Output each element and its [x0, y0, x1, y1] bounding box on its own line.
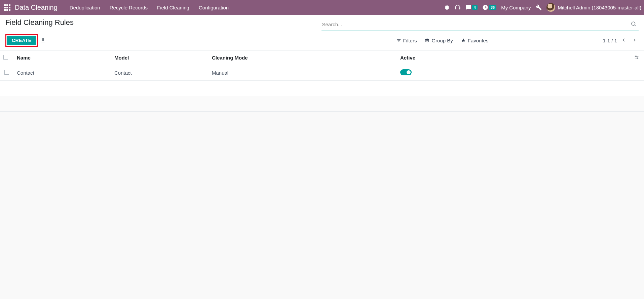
nav-right: 4 36 My Company Mitchell Admin (18043005…: [444, 3, 641, 12]
empty-row: [0, 81, 644, 96]
developer-tools-icon[interactable]: [536, 4, 542, 10]
menu-field-cleaning[interactable]: Field Cleaning: [152, 5, 194, 10]
active-toggle-on[interactable]: [400, 69, 412, 75]
cell-active[interactable]: [397, 65, 631, 81]
table-header-row: Name Model Cleaning Mode Active: [0, 50, 644, 65]
col-header-active[interactable]: Active: [397, 50, 631, 65]
messages-badge: 4: [472, 5, 478, 10]
favorites-dropdown[interactable]: Favorites: [461, 38, 489, 43]
activities-icon[interactable]: 36: [482, 4, 496, 10]
cell-name: Contact: [13, 65, 111, 81]
messages-icon[interactable]: 4: [465, 4, 478, 10]
import-icon[interactable]: [40, 38, 46, 43]
create-highlight: CREATE: [5, 34, 38, 47]
create-button[interactable]: CREATE: [7, 36, 36, 45]
checkbox-icon[interactable]: [4, 70, 9, 75]
company-switcher[interactable]: My Company: [501, 5, 531, 10]
main-menu: Deduplication Recycle Records Field Clea…: [65, 5, 233, 10]
menu-deduplication[interactable]: Deduplication: [65, 5, 105, 10]
table-row[interactable]: Contact Contact Manual: [0, 65, 644, 81]
empty-row: [0, 96, 644, 112]
search-bar[interactable]: [321, 18, 639, 31]
checkbox-icon[interactable]: [3, 55, 8, 60]
groupby-dropdown[interactable]: Group By: [425, 38, 453, 43]
page-title: Field Cleaning Rules: [5, 18, 321, 27]
select-all-cell[interactable]: [0, 50, 13, 65]
svg-point-0: [632, 22, 635, 26]
pager-text: 1-1 / 1: [603, 38, 617, 43]
search-icon[interactable]: [629, 20, 638, 29]
menu-configuration[interactable]: Configuration: [194, 5, 233, 10]
optional-fields-toggle[interactable]: [631, 50, 644, 65]
user-name: Mitchell Admin (18043005-master-all): [558, 5, 641, 10]
menu-recycle-records[interactable]: Recycle Records: [105, 5, 152, 10]
search-input[interactable]: [322, 22, 630, 27]
avatar: [546, 3, 555, 12]
favorites-label: Favorites: [468, 38, 489, 43]
col-header-mode[interactable]: Cleaning Mode: [209, 50, 397, 65]
nav-left: Data Cleaning Deduplication Recycle Reco…: [3, 3, 233, 12]
filters-label: Filters: [403, 38, 417, 43]
svg-line-1: [635, 25, 636, 26]
cell-mode: Manual: [209, 65, 397, 81]
user-menu[interactable]: Mitchell Admin (18043005-master-all): [546, 3, 641, 12]
row-select-cell[interactable]: [0, 65, 13, 81]
top-navbar: Data Cleaning Deduplication Recycle Reco…: [0, 0, 644, 15]
rules-table: Name Model Cleaning Mode Active Contact …: [0, 50, 644, 112]
activities-badge: 36: [489, 5, 496, 10]
col-header-model[interactable]: Model: [111, 50, 209, 65]
check-icon: [407, 71, 410, 73]
app-title[interactable]: Data Cleaning: [15, 4, 58, 11]
filters-dropdown[interactable]: Filters: [396, 38, 417, 43]
support-icon[interactable]: [455, 4, 461, 10]
apps-menu-icon[interactable]: [3, 3, 11, 12]
search-options: Filters Group By Favorites: [396, 38, 489, 43]
pager-next[interactable]: [631, 37, 639, 44]
svg-point-3: [636, 56, 637, 57]
cell-model: Contact: [111, 65, 209, 81]
list-view: Name Model Cleaning Mode Active Contact …: [0, 50, 644, 112]
pager-prev[interactable]: [620, 37, 628, 44]
col-header-name[interactable]: Name: [13, 50, 111, 65]
svg-point-5: [637, 58, 638, 59]
debug-icon[interactable]: [444, 4, 450, 10]
groupby-label: Group By: [431, 38, 453, 43]
pager: 1-1 / 1: [603, 37, 639, 44]
control-panel: Field Cleaning Rules CREATE Filters: [0, 15, 644, 50]
